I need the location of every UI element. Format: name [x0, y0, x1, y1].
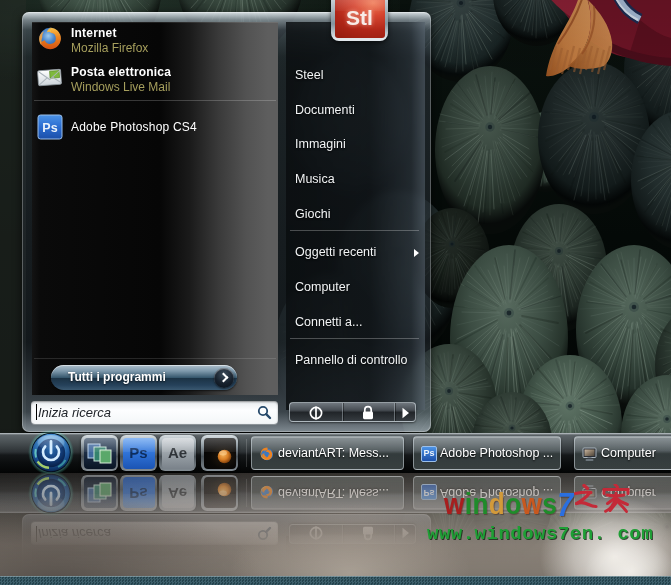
svg-text:Ps: Ps [42, 121, 57, 135]
